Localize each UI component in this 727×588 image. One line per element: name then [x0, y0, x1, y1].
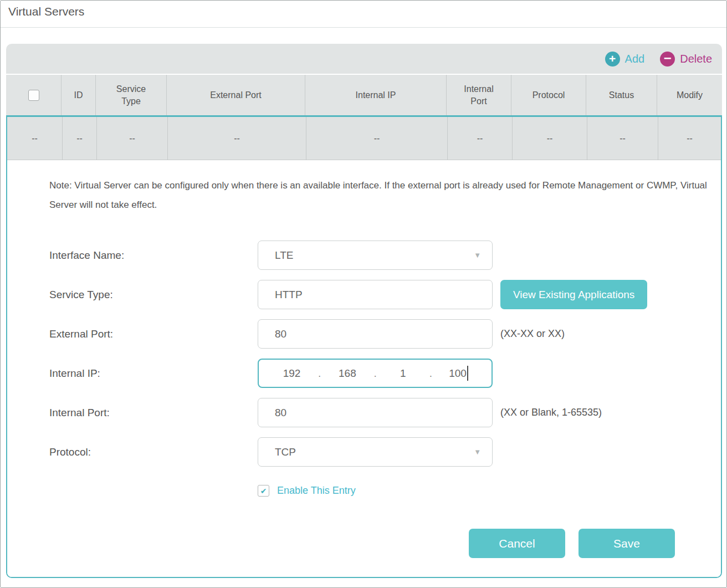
cancel-button[interactable]: Cancel [469, 529, 565, 558]
header-cell-status: Status [586, 75, 657, 115]
ip-octet-1: 192 [267, 367, 317, 380]
view-existing-applications-button[interactable]: View Existing Applications [500, 280, 647, 309]
entry-editor: Note: Virtual Server can be configured o… [7, 160, 721, 577]
delete-button[interactable]: − Delete [660, 52, 712, 67]
header-cell-internal-port: Internal Port [447, 75, 511, 115]
row-cell-external-port: -- [168, 117, 306, 160]
ip-separator: . [372, 367, 377, 380]
header-cell-service-type-label: Service Type [109, 83, 154, 108]
service-type-value: HTTP [275, 289, 303, 301]
service-type-label: Service Type: [49, 289, 258, 301]
internal-port-hint: (XX or Blank, 1-65535) [500, 407, 602, 418]
page-title: Virtual Servers [8, 5, 84, 18]
service-type-row: Service Type: HTTP View Existing Applica… [49, 280, 721, 309]
table-row[interactable]: -- -- -- -- -- -- -- -- -- [7, 117, 721, 160]
ip-octet-3: 1 [378, 367, 428, 380]
row-cell-service-type: -- [97, 117, 168, 160]
internal-ip-label: Internal IP: [49, 367, 258, 380]
header-cell-internal-port-label: Internal Port [456, 83, 501, 108]
note-text: Note: Virtual Server can be configured o… [49, 176, 721, 214]
external-port-label: External Port: [49, 328, 258, 340]
table-header-row: ID Service Type External Port Internal I… [6, 75, 722, 115]
chevron-down-icon: ▼ [474, 448, 481, 456]
virtual-servers-panel: + Add − Delete ID Service Type External … [6, 44, 722, 578]
add-button-label: Add [625, 53, 645, 65]
external-port-value: 80 [275, 328, 286, 340]
save-button[interactable]: Save [578, 529, 675, 558]
enable-entry-label[interactable]: Enable This Entry [277, 485, 356, 497]
internal-ip-input[interactable]: 192 . 168 . 1 . 100 [258, 359, 493, 388]
row-cell-protocol: -- [513, 117, 587, 160]
checkmark-icon: ✔ [260, 487, 267, 495]
interface-name-row: Interface Name: LTE ▼ [49, 241, 721, 270]
header-cell-service-type: Service Type [96, 75, 167, 115]
external-port-hint: (XX-XX or XX) [500, 328, 565, 340]
ip-separator: . [317, 367, 322, 380]
protocol-row: Protocol: TCP ▼ [49, 437, 721, 467]
header-cell-internal-ip: Internal IP [305, 75, 447, 115]
ip-octet-4: 100 [433, 366, 484, 381]
delete-icon: − [660, 52, 675, 67]
row-cell-id: -- [63, 117, 97, 160]
ip-separator: . [428, 367, 433, 380]
external-port-row: External Port: 80 (XX-XX or XX) [49, 319, 721, 349]
row-cell-internal-ip: -- [306, 117, 448, 160]
virtual-servers-page: Virtual Servers + Add − Delete ID Servic… [0, 0, 727, 588]
selected-entry-outline: -- -- -- -- -- -- -- -- -- Note: Virtual… [6, 115, 722, 578]
action-buttons-row: Cancel Save [469, 529, 721, 558]
enable-entry-checkbox[interactable]: ✔ [258, 485, 269, 497]
internal-port-value: 80 [275, 407, 286, 419]
enable-entry-row: ✔ Enable This Entry [258, 485, 721, 497]
interface-name-select[interactable]: LTE ▼ [258, 241, 493, 270]
header-cell-modify: Modify [657, 75, 722, 115]
delete-button-label: Delete [680, 53, 712, 65]
header-cell-id: ID [62, 75, 96, 115]
ip-octet-4-value: 100 [449, 367, 467, 380]
external-port-input[interactable]: 80 [258, 319, 493, 349]
header-cell-external-port: External Port [167, 75, 305, 115]
title-divider [1, 27, 726, 28]
row-cell-modify: -- [658, 117, 721, 160]
row-cell-internal-port: -- [448, 117, 513, 160]
header-cell-select [6, 75, 62, 115]
protocol-label: Protocol: [49, 446, 258, 458]
chevron-down-icon: ▼ [474, 251, 481, 259]
row-cell-status: -- [587, 117, 658, 160]
internal-port-input[interactable]: 80 [258, 398, 493, 427]
protocol-value: TCP [275, 446, 296, 458]
text-cursor-icon [467, 366, 468, 381]
header-cell-protocol: Protocol [511, 75, 586, 115]
internal-ip-row: Internal IP: 192 . 168 . 1 . 100 [49, 359, 721, 388]
add-icon: + [605, 52, 620, 67]
service-type-input[interactable]: HTTP [258, 280, 493, 309]
table-toolbar: + Add − Delete [6, 44, 722, 74]
ip-octet-2: 168 [322, 367, 372, 380]
interface-name-label: Interface Name: [49, 249, 258, 262]
interface-name-value: LTE [275, 249, 293, 262]
add-button[interactable]: + Add [605, 52, 645, 67]
internal-port-label: Internal Port: [49, 407, 258, 419]
row-cell-select: -- [7, 117, 63, 160]
protocol-select[interactable]: TCP ▼ [258, 437, 493, 467]
select-all-checkbox[interactable] [28, 90, 39, 101]
internal-port-row: Internal Port: 80 (XX or Blank, 1-65535) [49, 398, 721, 427]
